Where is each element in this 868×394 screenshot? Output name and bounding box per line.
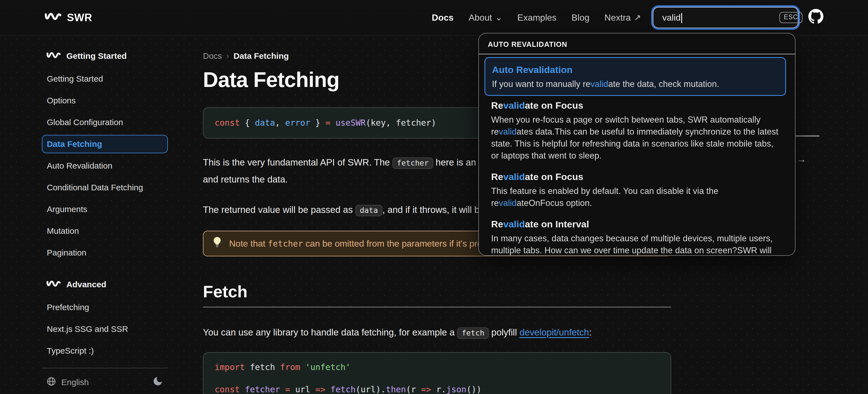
code-token: json bbox=[446, 385, 466, 394]
language-select[interactable]: English bbox=[46, 376, 89, 388]
nav-link-label: Nextra bbox=[604, 12, 631, 23]
match-highlight: valid bbox=[528, 64, 550, 75]
code-token: => bbox=[315, 385, 325, 394]
sidebar-item-arguments[interactable]: Arguments bbox=[42, 200, 168, 219]
feedback-arrow-fragment: → bbox=[797, 154, 806, 165]
search-result-1[interactable]: Auto RevalidationIf you want to manually… bbox=[485, 57, 786, 96]
sidebar-section-title: Getting Started bbox=[42, 47, 168, 65]
heading-rule bbox=[203, 307, 671, 307]
inline-mono: fetcher bbox=[268, 239, 303, 249]
text-segment: polyfill bbox=[489, 327, 520, 337]
text-segment: ates data.This can be useful to immediat… bbox=[491, 127, 778, 161]
search-group-title: AUTO REVALIDATION bbox=[479, 33, 795, 54]
text-segment: Re bbox=[491, 100, 503, 110]
swr-docs-page: → SWR DocsAbout⌄ExamplesBlogNextra↗ ESC bbox=[0, 0, 868, 394]
nav-link-label: Blog bbox=[572, 12, 590, 23]
logo[interactable]: SWR bbox=[44, 12, 92, 24]
match-highlight: valid bbox=[503, 100, 525, 110]
theme-toggle[interactable] bbox=[152, 375, 163, 389]
nav-links: DocsAbout⌄ExamplesBlogNextra↗ bbox=[432, 12, 641, 23]
sidebar-item-global-configuration[interactable]: Global Configuration bbox=[42, 113, 168, 132]
sidebar-section: Getting StartedGetting StartedOptionsGlo… bbox=[42, 47, 168, 262]
sidebar-item-next-js-ssg-and-ssr[interactable]: Next.js SSG and SSR bbox=[42, 320, 168, 338]
nav-link-label: Examples bbox=[517, 12, 557, 23]
inline-link-unfetch[interactable]: developit/unfetch bbox=[520, 327, 589, 337]
nav-link-docs[interactable]: Docs bbox=[432, 12, 454, 23]
search-result-4[interactable]: Revalidate on IntervalIn many cases, dat… bbox=[485, 217, 786, 256]
inline-code: fetcher bbox=[393, 158, 433, 169]
search-results-list: Auto RevalidationIf you want to manually… bbox=[479, 54, 795, 256]
code-token: => bbox=[421, 385, 431, 394]
text-segment: ate on Focus bbox=[525, 100, 583, 110]
nav-link-about[interactable]: About⌄ bbox=[469, 12, 502, 23]
github-link[interactable] bbox=[808, 9, 824, 26]
sidebar-item-mutation[interactable]: Mutation bbox=[42, 222, 168, 240]
code-token: from bbox=[280, 362, 300, 372]
sidebar-item-data-fetching[interactable]: Data Fetching bbox=[42, 135, 168, 153]
nav-link-blog[interactable]: Blog bbox=[572, 12, 590, 23]
search-result-title: Revalidate on Focus bbox=[491, 170, 779, 183]
breadcrumb-docs[interactable]: Docs bbox=[203, 51, 222, 61]
text-segment: Note that bbox=[229, 238, 268, 249]
text-segment: Auto Re bbox=[492, 64, 528, 75]
match-highlight: valid bbox=[503, 171, 525, 182]
code-token: } bbox=[310, 118, 325, 128]
text-segment: You can use any library to handle data f… bbox=[203, 327, 457, 337]
language-label: English bbox=[61, 377, 89, 387]
nav-link-examples[interactable]: Examples bbox=[517, 12, 557, 23]
sidebar-item-prefetching[interactable]: Prefetching bbox=[42, 298, 168, 317]
search-input[interactable] bbox=[662, 12, 779, 23]
sidebar-item-auto-revalidation[interactable]: Auto Revalidation bbox=[42, 157, 168, 175]
code-line: import fetch from 'unfetch' bbox=[215, 362, 659, 373]
swr-wave-icon bbox=[46, 51, 61, 61]
text-segment: Re bbox=[491, 171, 503, 182]
code-token: (url). bbox=[356, 385, 386, 394]
text-segment: This is the very fundamental API of SWR.… bbox=[203, 157, 393, 167]
code-token bbox=[240, 385, 245, 394]
text-segment: ation bbox=[550, 64, 572, 75]
code-token bbox=[325, 385, 330, 394]
sidebar-item-pagination[interactable]: Pagination bbox=[42, 243, 168, 262]
code-token: fetch bbox=[330, 385, 355, 394]
text-segment: The returned value will be passed as bbox=[203, 204, 355, 215]
swr-wave-icon bbox=[44, 12, 61, 24]
github-icon bbox=[808, 9, 824, 26]
text-cursor bbox=[681, 13, 682, 23]
nav-link-label: Docs bbox=[432, 12, 454, 23]
code-token: const bbox=[215, 118, 240, 128]
code-token: data bbox=[255, 118, 275, 128]
inline-code: fetch bbox=[457, 327, 489, 339]
code-token: (key, fetcher) bbox=[366, 118, 436, 128]
search-result-excerpt: When you re-focus a page or switch betwe… bbox=[491, 114, 779, 162]
code-line: const fetcher = url => fetch(url).then(r… bbox=[215, 384, 659, 394]
external-link-icon: ↗ bbox=[634, 13, 641, 22]
code-token: then bbox=[386, 385, 406, 394]
search-result-title: Revalidate on Focus bbox=[491, 99, 779, 112]
nav-link-nextra[interactable]: Nextra↗ bbox=[604, 12, 641, 23]
search-result-title: Auto Revalidation bbox=[492, 63, 778, 76]
fetch-heading: Fetch bbox=[203, 282, 671, 301]
search-box[interactable]: ESC bbox=[653, 7, 798, 28]
esc-key-badge: ESC bbox=[779, 12, 803, 23]
sidebar-item-options[interactable]: Options bbox=[42, 91, 168, 110]
code-token bbox=[300, 362, 305, 372]
paragraph-fetch-library: You can use any library to handle data f… bbox=[203, 324, 671, 341]
text-segment: : bbox=[589, 327, 591, 337]
nav-link-label: About bbox=[469, 12, 492, 23]
text-segment: Re bbox=[491, 219, 503, 229]
sidebar-item-conditional-data-fetching[interactable]: Conditional Data Fetching bbox=[42, 178, 168, 197]
search-result-2[interactable]: Revalidate on FocusWhen you re-focus a p… bbox=[485, 99, 786, 162]
code-token: 'unfetch' bbox=[305, 362, 351, 372]
search-result-3[interactable]: Revalidate on FocusThis feature is enabl… bbox=[485, 170, 786, 209]
sidebar-section: AdvancedPrefetchingNext.js SSG and SSRTy… bbox=[42, 275, 168, 360]
sidebar-item-typescript[interactable]: TypeScript :) bbox=[42, 341, 168, 360]
text-segment: If you want to manually re bbox=[492, 79, 590, 89]
code-token: url bbox=[290, 385, 315, 394]
sidebar-item-getting-started[interactable]: Getting Started bbox=[42, 70, 168, 88]
text-segment: In many cases, data changes because of m… bbox=[491, 233, 773, 256]
code-token: fetcher bbox=[245, 385, 280, 394]
breadcrumb-current: Data Fetching bbox=[234, 51, 289, 61]
sidebar-section-label: Getting Started bbox=[66, 51, 127, 61]
breadcrumb-chevron-icon: › bbox=[226, 52, 229, 61]
search-result-excerpt: If you want to manually revalidate the d… bbox=[492, 78, 778, 90]
